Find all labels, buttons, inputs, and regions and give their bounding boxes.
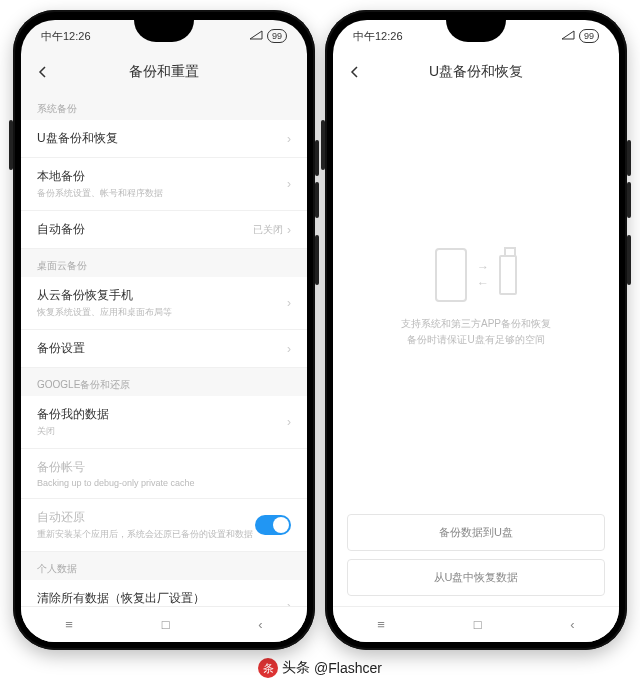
sync-arrows-icon: →← — [477, 260, 489, 290]
chevron-right-icon: › — [287, 599, 291, 606]
caption-brand: 头条 — [282, 659, 310, 677]
usb-illustration: →← — [435, 248, 517, 302]
row-backup-account[interactable]: 备份帐号 Backing up to debug-only private ca… — [21, 449, 307, 499]
row-label: 备份我的数据 — [37, 406, 287, 423]
restore-from-usb-button[interactable]: 从U盘中恢复数据 — [347, 559, 605, 596]
row-value: 已关闭 — [253, 223, 283, 237]
image-caption: 条 头条 @Flashcer — [258, 658, 382, 678]
phone-frame-left: 中午12:26 99 备份和重置 系统备份 U盘备份和恢复 › 本地备份 — [13, 10, 315, 650]
row-sublabel: 恢复系统设置、应用和桌面布局等 — [37, 306, 287, 319]
row-label: 本地备份 — [37, 168, 287, 185]
row-label: 备份设置 — [37, 340, 287, 357]
auto-restore-toggle[interactable] — [255, 515, 291, 535]
caption-handle: @Flashcer — [314, 660, 382, 676]
page-title: U盘备份和恢复 — [369, 63, 583, 81]
chevron-right-icon: › — [287, 296, 291, 310]
section-header-personal: 个人数据 — [21, 552, 307, 580]
row-usb-backup[interactable]: U盘备份和恢复 › — [21, 120, 307, 158]
section-header-system: 系统备份 — [21, 92, 307, 120]
row-cloud-restore[interactable]: 从云备份恢复手机 恢复系统设置、应用和桌面布局等 › — [21, 277, 307, 330]
row-label: 自动备份 — [37, 221, 253, 238]
row-local-backup[interactable]: 本地备份 备份系统设置、帐号和程序数据 › — [21, 158, 307, 211]
back-button[interactable] — [29, 58, 57, 86]
signal-icon — [561, 30, 575, 42]
row-auto-restore[interactable]: 自动还原 重新安装某个应用后，系统会还原已备份的设置和数据 — [21, 499, 307, 552]
chevron-right-icon: › — [287, 132, 291, 146]
system-nav-bar: ≡ □ ‹ — [21, 606, 307, 642]
help-text: 支持系统和第三方APP备份和恢复 备份时请保证U盘有足够的空间 — [401, 316, 551, 348]
system-nav-bar: ≡ □ ‹ — [333, 606, 619, 642]
row-sublabel: 重新安装某个应用后，系统会还原已备份的设置和数据 — [37, 528, 255, 541]
usb-drive-icon — [499, 255, 517, 295]
chevron-right-icon: › — [287, 177, 291, 191]
nav-back-icon[interactable]: ‹ — [258, 617, 262, 632]
caption-avatar-icon: 条 — [258, 658, 278, 678]
nav-back-icon[interactable]: ‹ — [570, 617, 574, 632]
row-label: 自动还原 — [37, 509, 255, 526]
row-backup-settings[interactable]: 备份设置 › — [21, 330, 307, 368]
battery-icon: 99 — [267, 29, 287, 43]
row-auto-backup[interactable]: 自动备份 已关闭 › — [21, 211, 307, 249]
row-label: 清除所有数据（恢复出厂设置） — [37, 590, 287, 606]
clock: 中午12:26 — [353, 29, 403, 44]
chevron-right-icon: › — [287, 415, 291, 429]
page-title: 备份和重置 — [57, 63, 271, 81]
nav-home-icon[interactable]: □ — [474, 617, 482, 632]
battery-icon: 99 — [579, 29, 599, 43]
back-button[interactable] — [341, 58, 369, 86]
backup-to-usb-button[interactable]: 备份数据到U盘 — [347, 514, 605, 551]
nav-recents-icon[interactable]: ≡ — [377, 617, 385, 632]
row-backup-my-data[interactable]: 备份我的数据 关闭 › — [21, 396, 307, 449]
row-label: 从云备份恢复手机 — [37, 287, 287, 304]
phone-icon — [435, 248, 467, 302]
section-header-cloud: 桌面云备份 — [21, 249, 307, 277]
row-factory-reset[interactable]: 清除所有数据（恢复出厂设置） 清除手机上的所有数据 › — [21, 580, 307, 606]
nav-home-icon[interactable]: □ — [162, 617, 170, 632]
section-header-google: GOOGLE备份和还原 — [21, 368, 307, 396]
row-label: 备份帐号 — [37, 459, 291, 476]
clock: 中午12:26 — [41, 29, 91, 44]
row-sublabel: 关闭 — [37, 425, 287, 438]
chevron-right-icon: › — [287, 223, 291, 237]
nav-recents-icon[interactable]: ≡ — [65, 617, 73, 632]
chevron-right-icon: › — [287, 342, 291, 356]
row-sublabel: 备份系统设置、帐号和程序数据 — [37, 187, 287, 200]
usb-empty-state: →← 支持系统和第三方APP备份和恢复 备份时请保证U盘有足够的空间 — [333, 92, 619, 504]
row-label: U盘备份和恢复 — [37, 130, 287, 147]
phone-frame-right: 中午12:26 99 U盘备份和恢复 →← 支持系统和第三方APP备份和恢复 — [325, 10, 627, 650]
signal-icon — [249, 30, 263, 42]
row-sublabel: Backing up to debug-only private cache — [37, 478, 291, 488]
title-bar: U盘备份和恢复 — [333, 52, 619, 92]
title-bar: 备份和重置 — [21, 52, 307, 92]
